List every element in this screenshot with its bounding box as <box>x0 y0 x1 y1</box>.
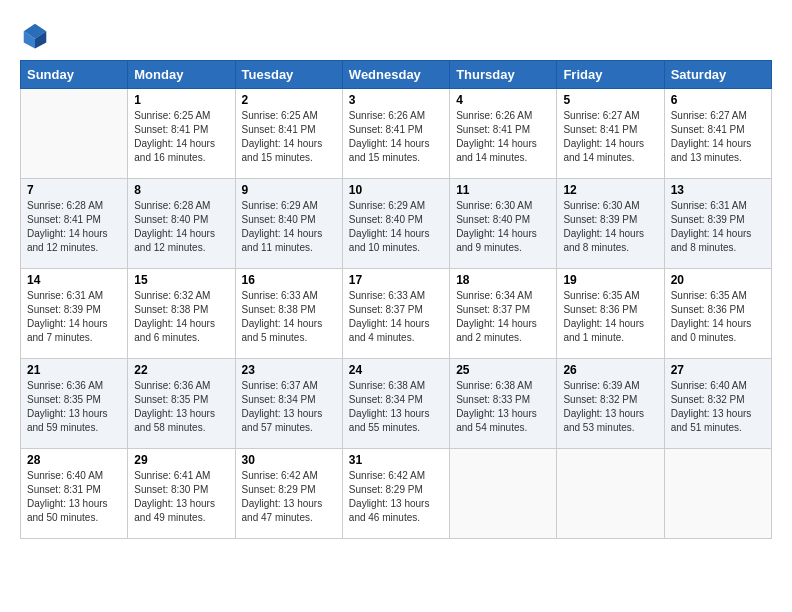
calendar-cell: 8Sunrise: 6:28 AMSunset: 8:40 PMDaylight… <box>128 179 235 269</box>
logo <box>20 20 54 50</box>
calendar-cell: 14Sunrise: 6:31 AMSunset: 8:39 PMDayligh… <box>21 269 128 359</box>
day-number: 1 <box>134 93 228 107</box>
logo-icon <box>20 20 50 50</box>
calendar-cell: 29Sunrise: 6:41 AMSunset: 8:30 PMDayligh… <box>128 449 235 539</box>
day-number: 21 <box>27 363 121 377</box>
day-info: Sunrise: 6:33 AMSunset: 8:38 PMDaylight:… <box>242 289 336 345</box>
calendar-cell: 19Sunrise: 6:35 AMSunset: 8:36 PMDayligh… <box>557 269 664 359</box>
day-number: 23 <box>242 363 336 377</box>
day-number: 16 <box>242 273 336 287</box>
day-number: 31 <box>349 453 443 467</box>
calendar-cell: 13Sunrise: 6:31 AMSunset: 8:39 PMDayligh… <box>664 179 771 269</box>
day-info: Sunrise: 6:29 AMSunset: 8:40 PMDaylight:… <box>349 199 443 255</box>
day-number: 13 <box>671 183 765 197</box>
day-number: 6 <box>671 93 765 107</box>
calendar-week-row: 7Sunrise: 6:28 AMSunset: 8:41 PMDaylight… <box>21 179 772 269</box>
calendar-week-row: 28Sunrise: 6:40 AMSunset: 8:31 PMDayligh… <box>21 449 772 539</box>
day-info: Sunrise: 6:36 AMSunset: 8:35 PMDaylight:… <box>27 379 121 435</box>
day-info: Sunrise: 6:42 AMSunset: 8:29 PMDaylight:… <box>349 469 443 525</box>
weekday-header: Monday <box>128 61 235 89</box>
day-number: 4 <box>456 93 550 107</box>
day-number: 18 <box>456 273 550 287</box>
day-number: 27 <box>671 363 765 377</box>
weekday-header: Saturday <box>664 61 771 89</box>
calendar-cell: 20Sunrise: 6:35 AMSunset: 8:36 PMDayligh… <box>664 269 771 359</box>
calendar-cell: 23Sunrise: 6:37 AMSunset: 8:34 PMDayligh… <box>235 359 342 449</box>
weekday-header: Thursday <box>450 61 557 89</box>
day-info: Sunrise: 6:28 AMSunset: 8:40 PMDaylight:… <box>134 199 228 255</box>
day-info: Sunrise: 6:25 AMSunset: 8:41 PMDaylight:… <box>242 109 336 165</box>
day-info: Sunrise: 6:35 AMSunset: 8:36 PMDaylight:… <box>671 289 765 345</box>
day-number: 24 <box>349 363 443 377</box>
day-info: Sunrise: 6:35 AMSunset: 8:36 PMDaylight:… <box>563 289 657 345</box>
day-number: 14 <box>27 273 121 287</box>
day-number: 15 <box>134 273 228 287</box>
calendar-cell: 15Sunrise: 6:32 AMSunset: 8:38 PMDayligh… <box>128 269 235 359</box>
day-info: Sunrise: 6:26 AMSunset: 8:41 PMDaylight:… <box>349 109 443 165</box>
day-info: Sunrise: 6:40 AMSunset: 8:32 PMDaylight:… <box>671 379 765 435</box>
day-number: 2 <box>242 93 336 107</box>
day-number: 20 <box>671 273 765 287</box>
day-number: 3 <box>349 93 443 107</box>
day-info: Sunrise: 6:30 AMSunset: 8:40 PMDaylight:… <box>456 199 550 255</box>
day-number: 29 <box>134 453 228 467</box>
calendar-cell <box>450 449 557 539</box>
calendar-cell: 25Sunrise: 6:38 AMSunset: 8:33 PMDayligh… <box>450 359 557 449</box>
calendar-cell: 17Sunrise: 6:33 AMSunset: 8:37 PMDayligh… <box>342 269 449 359</box>
day-info: Sunrise: 6:25 AMSunset: 8:41 PMDaylight:… <box>134 109 228 165</box>
day-info: Sunrise: 6:37 AMSunset: 8:34 PMDaylight:… <box>242 379 336 435</box>
calendar-cell: 30Sunrise: 6:42 AMSunset: 8:29 PMDayligh… <box>235 449 342 539</box>
day-number: 11 <box>456 183 550 197</box>
calendar-cell: 16Sunrise: 6:33 AMSunset: 8:38 PMDayligh… <box>235 269 342 359</box>
page-header <box>20 20 772 50</box>
day-number: 19 <box>563 273 657 287</box>
day-number: 12 <box>563 183 657 197</box>
day-info: Sunrise: 6:42 AMSunset: 8:29 PMDaylight:… <box>242 469 336 525</box>
day-number: 10 <box>349 183 443 197</box>
day-info: Sunrise: 6:34 AMSunset: 8:37 PMDaylight:… <box>456 289 550 345</box>
calendar-cell: 31Sunrise: 6:42 AMSunset: 8:29 PMDayligh… <box>342 449 449 539</box>
day-info: Sunrise: 6:33 AMSunset: 8:37 PMDaylight:… <box>349 289 443 345</box>
day-number: 9 <box>242 183 336 197</box>
day-info: Sunrise: 6:40 AMSunset: 8:31 PMDaylight:… <box>27 469 121 525</box>
day-info: Sunrise: 6:29 AMSunset: 8:40 PMDaylight:… <box>242 199 336 255</box>
calendar-cell: 5Sunrise: 6:27 AMSunset: 8:41 PMDaylight… <box>557 89 664 179</box>
calendar-cell: 21Sunrise: 6:36 AMSunset: 8:35 PMDayligh… <box>21 359 128 449</box>
day-number: 25 <box>456 363 550 377</box>
day-info: Sunrise: 6:31 AMSunset: 8:39 PMDaylight:… <box>671 199 765 255</box>
calendar-cell: 27Sunrise: 6:40 AMSunset: 8:32 PMDayligh… <box>664 359 771 449</box>
day-number: 7 <box>27 183 121 197</box>
calendar-cell: 3Sunrise: 6:26 AMSunset: 8:41 PMDaylight… <box>342 89 449 179</box>
day-info: Sunrise: 6:41 AMSunset: 8:30 PMDaylight:… <box>134 469 228 525</box>
day-info: Sunrise: 6:27 AMSunset: 8:41 PMDaylight:… <box>563 109 657 165</box>
day-info: Sunrise: 6:38 AMSunset: 8:34 PMDaylight:… <box>349 379 443 435</box>
day-number: 26 <box>563 363 657 377</box>
day-info: Sunrise: 6:39 AMSunset: 8:32 PMDaylight:… <box>563 379 657 435</box>
day-info: Sunrise: 6:36 AMSunset: 8:35 PMDaylight:… <box>134 379 228 435</box>
calendar-cell <box>21 89 128 179</box>
calendar-table: SundayMondayTuesdayWednesdayThursdayFrid… <box>20 60 772 539</box>
weekday-header: Friday <box>557 61 664 89</box>
weekday-header: Tuesday <box>235 61 342 89</box>
weekday-header: Wednesday <box>342 61 449 89</box>
day-info: Sunrise: 6:28 AMSunset: 8:41 PMDaylight:… <box>27 199 121 255</box>
calendar-cell <box>664 449 771 539</box>
calendar-cell: 1Sunrise: 6:25 AMSunset: 8:41 PMDaylight… <box>128 89 235 179</box>
calendar-week-row: 21Sunrise: 6:36 AMSunset: 8:35 PMDayligh… <box>21 359 772 449</box>
calendar-cell: 22Sunrise: 6:36 AMSunset: 8:35 PMDayligh… <box>128 359 235 449</box>
calendar-cell: 10Sunrise: 6:29 AMSunset: 8:40 PMDayligh… <box>342 179 449 269</box>
calendar-cell: 4Sunrise: 6:26 AMSunset: 8:41 PMDaylight… <box>450 89 557 179</box>
calendar-cell: 26Sunrise: 6:39 AMSunset: 8:32 PMDayligh… <box>557 359 664 449</box>
day-info: Sunrise: 6:27 AMSunset: 8:41 PMDaylight:… <box>671 109 765 165</box>
weekday-header: Sunday <box>21 61 128 89</box>
day-number: 5 <box>563 93 657 107</box>
calendar-cell: 6Sunrise: 6:27 AMSunset: 8:41 PMDaylight… <box>664 89 771 179</box>
day-info: Sunrise: 6:30 AMSunset: 8:39 PMDaylight:… <box>563 199 657 255</box>
day-info: Sunrise: 6:32 AMSunset: 8:38 PMDaylight:… <box>134 289 228 345</box>
weekday-header-row: SundayMondayTuesdayWednesdayThursdayFrid… <box>21 61 772 89</box>
day-number: 17 <box>349 273 443 287</box>
day-info: Sunrise: 6:38 AMSunset: 8:33 PMDaylight:… <box>456 379 550 435</box>
calendar-week-row: 1Sunrise: 6:25 AMSunset: 8:41 PMDaylight… <box>21 89 772 179</box>
calendar-cell: 28Sunrise: 6:40 AMSunset: 8:31 PMDayligh… <box>21 449 128 539</box>
calendar-cell: 2Sunrise: 6:25 AMSunset: 8:41 PMDaylight… <box>235 89 342 179</box>
